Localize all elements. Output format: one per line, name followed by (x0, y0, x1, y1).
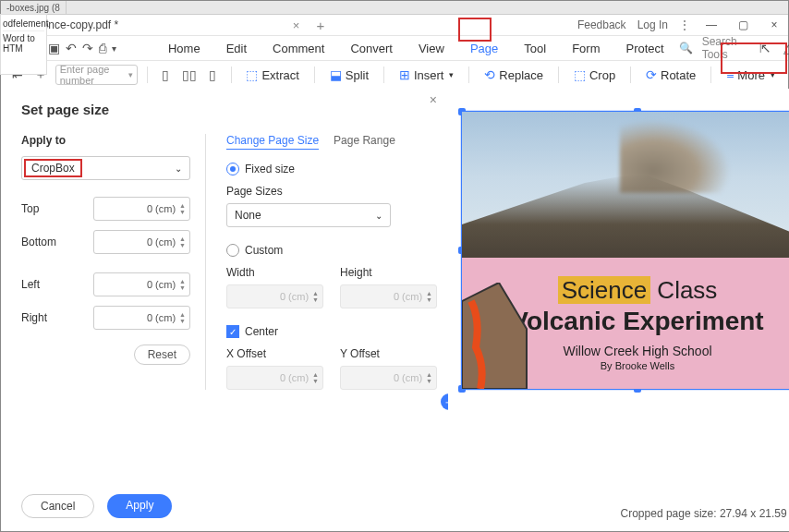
extract-button[interactable]: ⬚Extract (240, 67, 304, 82)
background-tabs: odfelement Word to HTM (0, 14, 47, 75)
menu-edit[interactable]: Edit (217, 40, 256, 57)
print-icon[interactable]: ⎙ (99, 38, 106, 58)
pages-icon[interactable]: ▯▯ (180, 65, 198, 85)
page-icon[interactable]: ▯ (157, 65, 175, 85)
outer-tab[interactable]: -boxes.jpg (8 (1, 1, 67, 14)
rotate-icon: ⟳ (646, 67, 657, 82)
menu-home[interactable]: Home (159, 40, 210, 57)
close-icon[interactable]: × (764, 17, 784, 33)
set-page-size-panel: × Set page size Apply to CropBox ⌄ Top0 … (1, 89, 448, 531)
menu-protect[interactable]: Protect (616, 40, 673, 57)
crop-size-info: Cropped page size: 27.94 x 21.59 cm (621, 507, 789, 520)
share-icon[interactable]: ⇱ (758, 38, 772, 58)
left-label: Left (21, 278, 40, 291)
apply-button[interactable]: Apply (107, 494, 172, 518)
tab-add-icon[interactable]: + (316, 18, 324, 33)
maximize-icon[interactable]: ▢ (733, 17, 753, 33)
bottom-label: Bottom (21, 236, 56, 248)
right-input[interactable]: 0 (cm)▲▼ (93, 306, 190, 330)
menu-form[interactable]: Form (563, 40, 609, 57)
doc-author: By Brooke Wells (601, 360, 675, 371)
xoffset-label: X Offset (226, 347, 323, 360)
redo-icon[interactable]: ↷ (82, 38, 93, 58)
preview-area: Science Class Volcanic Experiment Willow… (448, 89, 789, 531)
volcano-diagram (462, 283, 564, 389)
apply-to-dropdown[interactable]: CropBox ⌄ (21, 156, 190, 180)
menu-convert[interactable]: Convert (341, 40, 402, 57)
custom-radio[interactable]: Custom (226, 244, 437, 257)
cloud-icon[interactable]: △ (782, 38, 789, 58)
menu-page[interactable]: Page (461, 40, 507, 57)
tab-change-page-size[interactable]: Change Page Size (226, 134, 319, 150)
split-button[interactable]: ⬓Split (324, 67, 374, 82)
left-input[interactable]: 0 (cm)▲▼ (93, 272, 190, 296)
extract-icon: ⬚ (246, 67, 258, 82)
page-sizes-label: Page Sizes (226, 185, 437, 198)
toolbar: ⇤ ＋ Enter page number▾ ▯ ▯▯ ▯ ⬚Extract ⬓… (1, 61, 788, 90)
split-icon: ⬓ (330, 67, 342, 82)
fixed-size-radio[interactable]: Fixed size (226, 163, 437, 175)
height-input: 0 (cm)▲▼ (340, 284, 437, 308)
yoffset-input: 0 (cm)▲▼ (340, 366, 437, 390)
tab-close-icon[interactable]: × (293, 18, 300, 32)
undo-icon[interactable]: ↶ (66, 38, 77, 58)
apply-to-label: Apply to (21, 134, 190, 147)
tab-page-range[interactable]: Page Range (334, 134, 395, 150)
login-link[interactable]: Log In (637, 18, 668, 31)
menu-tool[interactable]: Tool (515, 40, 555, 57)
save-icon[interactable]: ▣ (48, 38, 60, 58)
crop-button[interactable]: ⬚Crop (568, 67, 621, 82)
browser-tabbar: -boxes.jpg (8 (1, 1, 788, 15)
top-label: Top (21, 202, 39, 215)
search-placeholder[interactable]: Search Tools (702, 35, 748, 61)
height-label: Height (340, 266, 437, 279)
panel-title: Set page size (21, 102, 428, 117)
page-sizes-dropdown[interactable]: None⌄ (226, 203, 391, 227)
chevron-down-icon[interactable]: ▾ (112, 38, 116, 58)
replace-button[interactable]: ⟲Replace (479, 67, 549, 82)
titlebar: ▯ science-copy.pdf * × + Feedback Log In… (1, 15, 788, 36)
reset-button[interactable]: Reset (134, 345, 190, 365)
svg-marker-0 (462, 283, 527, 389)
top-input[interactable]: 0 (cm)▲▼ (93, 197, 190, 221)
insert-icon: ⊞ (399, 67, 410, 82)
bottom-input[interactable]: 0 (cm)▲▼ (93, 230, 190, 254)
title-block: Science Class Volcanic Experiment Willow… (462, 258, 789, 389)
center-checkbox[interactable]: ✓Center (226, 325, 437, 338)
right-label: Right (21, 311, 47, 324)
search-icon[interactable]: 🔍 (679, 42, 693, 54)
doc-school: Willow Creek High School (563, 344, 711, 358)
crop-icon: ⬚ (574, 67, 586, 82)
replace-icon: ⟲ (484, 67, 495, 82)
rotate-button[interactable]: ⟳Rotate (640, 67, 701, 82)
insert-button[interactable]: ⊞Insert▾ (394, 67, 460, 82)
more-icon: ≡ (726, 67, 734, 82)
cancel-button[interactable]: Cancel (21, 494, 94, 518)
more-button[interactable]: ≡More▾ (721, 67, 781, 82)
width-input: 0 (cm)▲▼ (226, 284, 323, 308)
delete-icon[interactable]: ▯ (203, 65, 221, 85)
menu-comment[interactable]: Comment (263, 40, 334, 57)
panel-close-icon[interactable]: × (430, 92, 437, 107)
page-preview[interactable]: Science Class Volcanic Experiment Willow… (461, 111, 789, 390)
menu-view[interactable]: View (409, 40, 454, 57)
width-label: Width (226, 266, 323, 279)
yoffset-label: Y Offset (340, 347, 437, 360)
menubar: File ▣ ↶ ↷ ⎙ ▾ Home Edit Comment Convert… (1, 36, 788, 61)
kebab-icon[interactable]: ⋮ (679, 18, 690, 31)
page-number-input[interactable]: Enter page number▾ (55, 65, 138, 85)
document-title: science-copy.pdf * (29, 18, 282, 31)
photo-volcano (462, 112, 789, 258)
minimize-icon[interactable]: — (701, 17, 722, 33)
chevron-down-icon: ⌄ (175, 163, 182, 174)
xoffset-input: 0 (cm)▲▼ (226, 366, 323, 390)
feedback-link[interactable]: Feedback (577, 18, 626, 31)
